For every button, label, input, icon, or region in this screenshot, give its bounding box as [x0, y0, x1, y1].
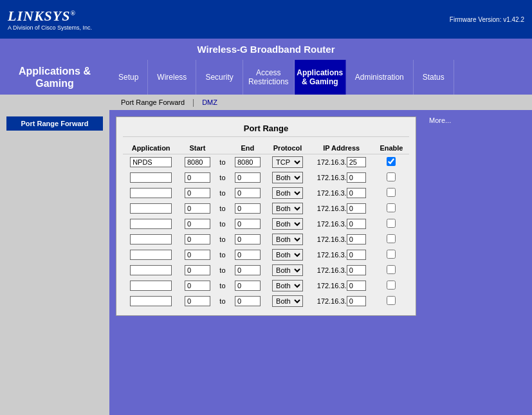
tab-access-restrictions[interactable]: Access Restrictions: [243, 60, 295, 95]
to-label-1: to: [216, 170, 230, 185]
app-input-1[interactable]: [130, 172, 172, 183]
enable-checkbox-9[interactable]: [387, 296, 396, 305]
table-row: to TCPUDPBoth 172.16.3.: [123, 232, 409, 247]
to-label-4: to: [216, 216, 230, 232]
tab-status[interactable]: Status: [414, 60, 454, 95]
end-input-5[interactable]: [235, 234, 261, 244]
end-input-6[interactable]: [235, 250, 261, 260]
table-row: to TCPUDPBoth 172.16.3.: [123, 154, 409, 171]
enable-checkbox-7[interactable]: [387, 265, 396, 274]
table-row: to TCPUDPBoth 172.16.3.: [123, 263, 409, 278]
end-input-1[interactable]: [235, 172, 261, 183]
app-input-9[interactable]: [130, 296, 172, 306]
ip-prefix-9: 172.16.3.: [317, 297, 347, 305]
sidebar-title: Port Range Forward: [6, 116, 103, 131]
end-input-9[interactable]: [235, 296, 261, 306]
ip-last-input-8[interactable]: [347, 281, 366, 291]
ip-prefix-4: 172.16.3.: [317, 220, 347, 228]
ip-last-input-7[interactable]: [347, 265, 366, 275]
ip-last-input-6[interactable]: [347, 250, 366, 260]
table-row: to TCPUDPBoth 172.16.3.: [123, 293, 409, 309]
start-input-5[interactable]: [185, 234, 210, 244]
app-input-6[interactable]: [130, 250, 172, 260]
ip-prefix-6: 172.16.3.: [317, 251, 347, 259]
enable-checkbox-6[interactable]: [387, 250, 396, 259]
to-label-2: to: [216, 185, 230, 201]
app-input-0[interactable]: [130, 157, 172, 167]
tab-security[interactable]: Security: [196, 60, 243, 95]
ip-last-input-3[interactable]: [347, 203, 366, 214]
enable-checkbox-5[interactable]: [387, 234, 396, 243]
to-label-5: to: [216, 232, 230, 247]
to-label-6: to: [216, 247, 230, 263]
end-input-0[interactable]: [235, 157, 261, 167]
subnav-port-range-forward[interactable]: Port Range Forward: [116, 97, 190, 107]
ip-last-input-5[interactable]: [347, 234, 366, 244]
end-input-4[interactable]: [235, 219, 261, 229]
app-input-5[interactable]: [130, 234, 172, 244]
subnav-dmz[interactable]: DMZ: [197, 97, 223, 107]
nav-section-label: Applications & Gaming: [0, 60, 109, 95]
protocol-select-8[interactable]: TCPUDPBoth: [272, 280, 303, 291]
start-input-2[interactable]: [185, 188, 210, 198]
ip-last-input-4[interactable]: [347, 219, 366, 229]
nav-bar: Applications & Gaming Setup Wireless Sec…: [0, 60, 532, 95]
start-input-9[interactable]: [185, 296, 210, 306]
port-range-table: Application Start End Protocol IP Addres…: [123, 142, 409, 309]
start-input-8[interactable]: [185, 281, 210, 291]
app-input-4[interactable]: [130, 219, 172, 229]
app-input-2[interactable]: [130, 188, 172, 198]
protocol-select-4[interactable]: TCPUDPBoth: [272, 218, 303, 230]
protocol-select-9[interactable]: TCPUDPBoth: [272, 295, 303, 307]
enable-checkbox-0[interactable]: [387, 157, 396, 166]
table-row: to TCPUDPBoth 172.16.3.: [123, 170, 409, 185]
enable-checkbox-2[interactable]: [387, 188, 396, 197]
ip-prefix-8: 172.16.3.: [317, 282, 347, 290]
to-label-8: to: [216, 278, 230, 293]
protocol-select-2[interactable]: TCPUDPBoth: [272, 187, 303, 199]
enable-checkbox-8[interactable]: [387, 281, 396, 290]
tab-applications-gaming[interactable]: Applications & Gaming: [295, 60, 346, 95]
start-input-3[interactable]: [185, 203, 210, 214]
logo-subtitle: A Division of Cisco Systems, Inc.: [8, 24, 92, 31]
ip-prefix-0: 172.16.3.: [317, 158, 347, 166]
app-input-7[interactable]: [130, 265, 172, 275]
start-input-4[interactable]: [185, 219, 210, 229]
enable-checkbox-3[interactable]: [387, 203, 396, 212]
start-input-1[interactable]: [185, 172, 210, 183]
tab-wireless[interactable]: Wireless: [148, 60, 196, 95]
ip-last-input-9[interactable]: [347, 296, 366, 306]
protocol-select-5[interactable]: TCPUDPBoth: [272, 234, 303, 245]
ip-last-input-0[interactable]: [347, 157, 366, 167]
ip-prefix-5: 172.16.3.: [317, 235, 347, 243]
start-input-6[interactable]: [185, 250, 210, 260]
app-input-3[interactable]: [130, 203, 172, 214]
start-input-7[interactable]: [185, 265, 210, 275]
start-input-0[interactable]: [185, 157, 210, 167]
content-area: Port Range Application Start End Protoco…: [109, 110, 423, 415]
end-input-3[interactable]: [235, 203, 261, 214]
subnav-divider: |: [192, 98, 194, 107]
nav-tabs: Setup Wireless Security Access Restricti…: [109, 60, 532, 95]
col-end: End: [229, 142, 266, 154]
end-input-7[interactable]: [235, 265, 261, 275]
protocol-select-1[interactable]: TCPUDPBoth: [272, 172, 303, 183]
ip-last-input-2[interactable]: [347, 188, 366, 198]
protocol-select-7[interactable]: TCPUDPBoth: [272, 264, 303, 276]
ip-prefix-2: 172.16.3.: [317, 189, 347, 197]
enable-checkbox-4[interactable]: [387, 219, 396, 228]
protocol-select-6[interactable]: TCPUDPBoth: [272, 249, 303, 261]
tab-setup[interactable]: Setup: [109, 60, 148, 95]
sidebar: Port Range Forward: [0, 110, 109, 415]
app-input-8[interactable]: [130, 281, 172, 291]
ip-last-input-1[interactable]: [347, 172, 366, 183]
end-input-2[interactable]: [235, 188, 261, 198]
protocol-select-0[interactable]: TCPUDPBoth: [272, 156, 303, 168]
end-input-8[interactable]: [235, 281, 261, 291]
protocol-select-3[interactable]: TCPUDPBoth: [272, 203, 303, 214]
table-row: to TCPUDPBoth 172.16.3.: [123, 185, 409, 201]
enable-checkbox-1[interactable]: [387, 172, 396, 181]
tab-administration[interactable]: Administration: [346, 60, 414, 95]
main-layout: Port Range Forward Port Range Applicatio…: [0, 110, 532, 415]
to-label-7: to: [216, 263, 230, 278]
